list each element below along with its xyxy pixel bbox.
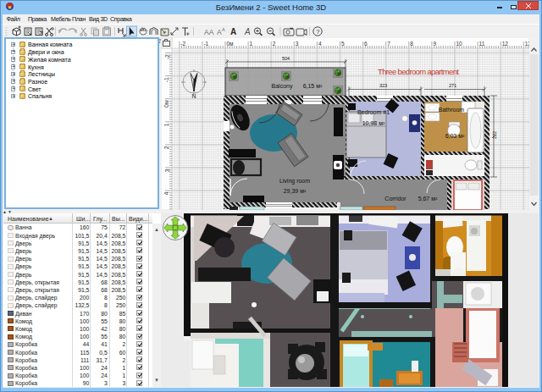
svg-text:1: 1 (164, 123, 170, 126)
svg-text:222: 222 (492, 131, 497, 139)
svg-text:2: 2 (164, 146, 170, 149)
svg-text:Three bedroom apartment: Three bedroom apartment (378, 67, 459, 76)
svg-text:A: A (244, 27, 251, 36)
svg-text:?: ? (316, 28, 320, 36)
svg-text:Corridor: Corridor (384, 196, 406, 202)
svg-text:5,67 м²: 5,67 м² (418, 196, 438, 202)
svg-text:6,03 м²: 6,03 м² (445, 133, 465, 139)
svg-text:0м: 0м (164, 100, 170, 108)
svg-text:504: 504 (282, 56, 290, 61)
svg-text:-1: -1 (203, 41, 208, 47)
svg-text:6: 6 (364, 41, 368, 47)
svg-text:Balcony: Balcony (272, 83, 293, 90)
svg-text:29,39 м²: 29,39 м² (284, 188, 307, 194)
svg-text:9: 9 (433, 41, 436, 47)
svg-text:3: 3 (164, 168, 170, 172)
svg-text:1: 1 (250, 41, 253, 47)
svg-text:A: A (222, 27, 225, 32)
svg-text:0м: 0м (227, 41, 235, 47)
svg-text:323: 323 (379, 83, 387, 88)
svg-text:N: N (192, 93, 196, 99)
svg-text:12: 12 (502, 41, 509, 47)
svg-text:2: 2 (273, 41, 276, 47)
svg-text:10: 10 (456, 41, 463, 47)
svg-text:AA: AA (204, 28, 214, 36)
svg-text:-2: -2 (180, 41, 185, 47)
svg-text:8: 8 (410, 41, 413, 47)
svg-text:Bedroom #1: Bedroom #1 (357, 109, 390, 115)
svg-text:Living room: Living room (279, 178, 310, 185)
svg-text:7: 7 (387, 41, 390, 47)
svg-text:11: 11 (479, 41, 485, 47)
svg-text:4: 4 (318, 41, 322, 47)
svg-text:A: A (230, 27, 236, 36)
svg-text:3: 3 (296, 41, 299, 47)
svg-text:6,15 м²: 6,15 м² (303, 83, 323, 89)
svg-text:271: 271 (449, 83, 456, 88)
svg-text:-1: -1 (164, 77, 170, 82)
svg-text:Bathroom: Bathroom (439, 107, 465, 113)
svg-text:10,98 м²: 10,98 м² (362, 120, 385, 126)
svg-text:-2: -2 (164, 54, 170, 59)
svg-text:4: 4 (164, 192, 170, 196)
svg-text:5: 5 (341, 41, 345, 47)
